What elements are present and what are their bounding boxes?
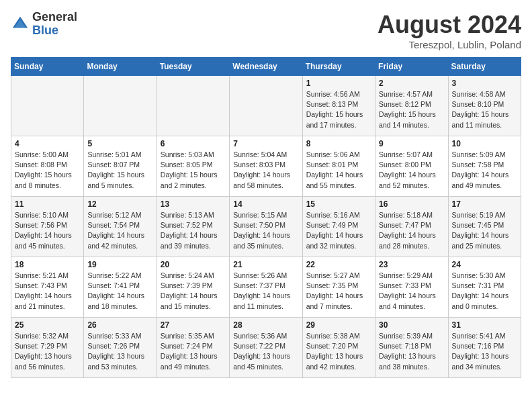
day-info: Sunrise: 5:15 AMSunset: 7:50 PMDaylight:… <box>233 210 298 251</box>
day-number: 21 <box>233 260 298 269</box>
day-number: 7 <box>233 139 298 148</box>
table-row: 10Sunrise: 5:09 AMSunset: 7:58 PMDayligh… <box>448 136 521 197</box>
day-info: Sunrise: 5:33 AMSunset: 7:26 PMDaylight:… <box>87 331 152 372</box>
day-info: Sunrise: 5:30 AMSunset: 7:31 PMDaylight:… <box>452 271 517 312</box>
table-row: 31Sunrise: 5:41 AMSunset: 7:16 PMDayligh… <box>448 318 521 378</box>
calendar-title: August 2024 <box>378 11 521 39</box>
day-number: 3 <box>452 79 517 88</box>
table-row: 6Sunrise: 5:03 AMSunset: 8:05 PMDaylight… <box>157 136 229 197</box>
calendar-week-row: 11Sunrise: 5:10 AMSunset: 7:56 PMDayligh… <box>11 197 521 257</box>
calendar-week-row: 4Sunrise: 5:00 AMSunset: 8:08 PMDaylight… <box>11 136 521 197</box>
page-header: General Blue August 2024 Tereszpol, Lubl… <box>11 11 521 50</box>
day-number: 16 <box>379 199 444 209</box>
calendar-week-row: 25Sunrise: 5:32 AMSunset: 7:29 PMDayligh… <box>11 318 521 378</box>
day-info: Sunrise: 5:26 AMSunset: 7:37 PMDaylight:… <box>233 271 298 312</box>
day-info: Sunrise: 5:12 AMSunset: 7:54 PMDaylight:… <box>87 210 152 251</box>
day-number: 13 <box>161 199 226 209</box>
day-info: Sunrise: 4:56 AMSunset: 8:13 PMDaylight:… <box>306 89 371 130</box>
table-row <box>84 76 157 136</box>
calendar-week-row: 1Sunrise: 4:56 AMSunset: 8:13 PMDaylight… <box>11 76 521 136</box>
header-monday: Monday <box>84 58 157 76</box>
day-number: 9 <box>379 139 444 148</box>
table-row: 9Sunrise: 5:07 AMSunset: 8:00 PMDaylight… <box>375 136 448 197</box>
day-info: Sunrise: 5:41 AMSunset: 7:16 PMDaylight:… <box>452 331 517 372</box>
table-row: 28Sunrise: 5:36 AMSunset: 7:22 PMDayligh… <box>230 318 302 378</box>
header-wednesday: Wednesday <box>230 58 302 76</box>
day-info: Sunrise: 4:57 AMSunset: 8:12 PMDaylight:… <box>379 89 444 130</box>
calendar-subtitle: Tereszpol, Lublin, Poland <box>378 39 521 50</box>
table-row: 18Sunrise: 5:21 AMSunset: 7:43 PMDayligh… <box>11 257 84 318</box>
logo-blue: Blue <box>32 24 77 38</box>
day-number: 17 <box>452 199 517 209</box>
table-row <box>11 76 84 136</box>
table-row: 29Sunrise: 5:38 AMSunset: 7:20 PMDayligh… <box>302 318 375 378</box>
day-number: 25 <box>15 320 80 330</box>
day-info: Sunrise: 5:01 AMSunset: 8:07 PMDaylight:… <box>87 150 152 191</box>
day-number: 30 <box>379 320 444 330</box>
logo-icon <box>11 15 30 34</box>
day-number: 15 <box>306 199 371 209</box>
day-number: 14 <box>233 199 298 209</box>
table-row: 7Sunrise: 5:04 AMSunset: 8:03 PMDaylight… <box>230 136 302 197</box>
day-info: Sunrise: 5:39 AMSunset: 7:18 PMDaylight:… <box>379 331 444 372</box>
title-block: August 2024 Tereszpol, Lublin, Poland <box>378 11 521 50</box>
header-row: Sunday Monday Tuesday Wednesday Thursday… <box>11 58 521 76</box>
table-row: 1Sunrise: 4:56 AMSunset: 8:13 PMDaylight… <box>302 76 375 136</box>
day-number: 10 <box>452 139 517 148</box>
header-sunday: Sunday <box>11 58 84 76</box>
table-row: 15Sunrise: 5:16 AMSunset: 7:49 PMDayligh… <box>302 197 375 257</box>
table-row: 17Sunrise: 5:19 AMSunset: 7:45 PMDayligh… <box>448 197 521 257</box>
table-row: 30Sunrise: 5:39 AMSunset: 7:18 PMDayligh… <box>375 318 448 378</box>
table-row: 8Sunrise: 5:06 AMSunset: 8:01 PMDaylight… <box>302 136 375 197</box>
table-row: 25Sunrise: 5:32 AMSunset: 7:29 PMDayligh… <box>11 318 84 378</box>
day-number: 28 <box>233 320 298 330</box>
day-number: 26 <box>87 320 152 330</box>
header-tuesday: Tuesday <box>157 58 229 76</box>
table-row: 14Sunrise: 5:15 AMSunset: 7:50 PMDayligh… <box>230 197 302 257</box>
day-number: 20 <box>161 260 226 269</box>
day-info: Sunrise: 5:03 AMSunset: 8:05 PMDaylight:… <box>161 150 226 191</box>
logo-general: General <box>32 11 77 24</box>
header-saturday: Saturday <box>448 58 521 76</box>
day-info: Sunrise: 5:22 AMSunset: 7:41 PMDaylight:… <box>87 271 152 312</box>
day-number: 31 <box>452 320 517 330</box>
day-number: 2 <box>379 79 444 88</box>
table-row: 5Sunrise: 5:01 AMSunset: 8:07 PMDaylight… <box>84 136 157 197</box>
day-info: Sunrise: 5:09 AMSunset: 7:58 PMDaylight:… <box>452 150 517 191</box>
day-info: Sunrise: 5:10 AMSunset: 7:56 PMDaylight:… <box>15 210 80 251</box>
header-thursday: Thursday <box>302 58 375 76</box>
logo-text: General Blue <box>32 11 77 38</box>
day-info: Sunrise: 5:32 AMSunset: 7:29 PMDaylight:… <box>15 331 80 372</box>
calendar-header: Sunday Monday Tuesday Wednesday Thursday… <box>11 58 521 76</box>
table-row <box>230 76 302 136</box>
day-info: Sunrise: 5:35 AMSunset: 7:24 PMDaylight:… <box>161 331 226 372</box>
day-number: 19 <box>87 260 152 269</box>
header-friday: Friday <box>375 58 448 76</box>
day-number: 23 <box>379 260 444 269</box>
day-info: Sunrise: 5:21 AMSunset: 7:43 PMDaylight:… <box>15 271 80 312</box>
day-info: Sunrise: 5:13 AMSunset: 7:52 PMDaylight:… <box>161 210 226 251</box>
table-row: 2Sunrise: 4:57 AMSunset: 8:12 PMDaylight… <box>375 76 448 136</box>
day-number: 6 <box>161 139 226 148</box>
day-info: Sunrise: 5:07 AMSunset: 8:00 PMDaylight:… <box>379 150 444 191</box>
day-number: 18 <box>15 260 80 269</box>
day-info: Sunrise: 5:04 AMSunset: 8:03 PMDaylight:… <box>233 150 298 191</box>
day-info: Sunrise: 5:24 AMSunset: 7:39 PMDaylight:… <box>161 271 226 312</box>
table-row: 22Sunrise: 5:27 AMSunset: 7:35 PMDayligh… <box>302 257 375 318</box>
day-number: 1 <box>306 79 371 88</box>
table-row: 24Sunrise: 5:30 AMSunset: 7:31 PMDayligh… <box>448 257 521 318</box>
day-info: Sunrise: 5:00 AMSunset: 8:08 PMDaylight:… <box>15 150 80 191</box>
calendar-week-row: 18Sunrise: 5:21 AMSunset: 7:43 PMDayligh… <box>11 257 521 318</box>
calendar-body: 1Sunrise: 4:56 AMSunset: 8:13 PMDaylight… <box>11 76 521 378</box>
day-number: 11 <box>15 199 80 209</box>
day-number: 5 <box>87 139 152 148</box>
day-number: 22 <box>306 260 371 269</box>
table-row: 16Sunrise: 5:18 AMSunset: 7:47 PMDayligh… <box>375 197 448 257</box>
logo: General Blue <box>11 11 77 38</box>
table-row: 27Sunrise: 5:35 AMSunset: 7:24 PMDayligh… <box>157 318 229 378</box>
day-info: Sunrise: 5:18 AMSunset: 7:47 PMDaylight:… <box>379 210 444 251</box>
day-info: Sunrise: 4:58 AMSunset: 8:10 PMDaylight:… <box>452 89 517 130</box>
table-row: 21Sunrise: 5:26 AMSunset: 7:37 PMDayligh… <box>230 257 302 318</box>
table-row: 12Sunrise: 5:12 AMSunset: 7:54 PMDayligh… <box>84 197 157 257</box>
table-row: 20Sunrise: 5:24 AMSunset: 7:39 PMDayligh… <box>157 257 229 318</box>
